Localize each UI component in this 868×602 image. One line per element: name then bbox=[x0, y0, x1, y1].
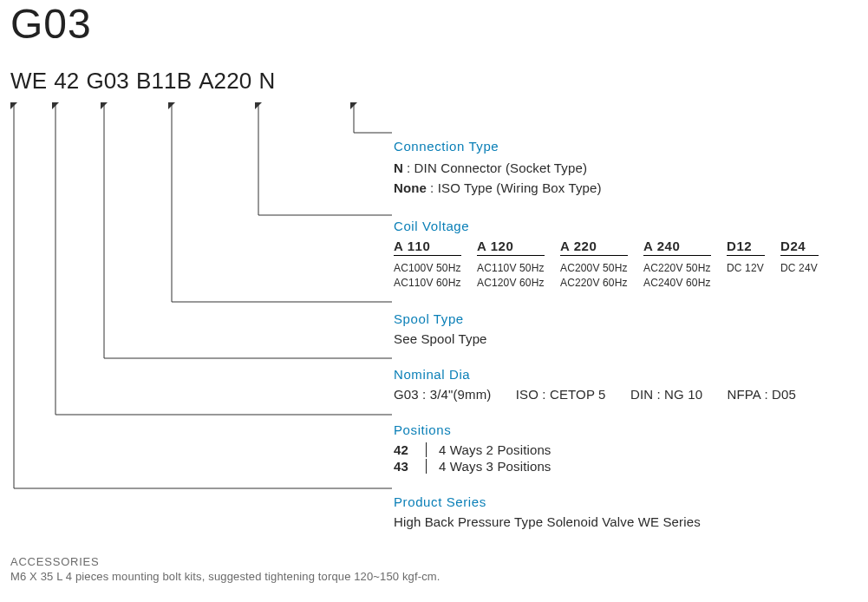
product-series-title: Product Series bbox=[394, 494, 862, 509]
positions-key-43: 43 bbox=[394, 459, 427, 474]
coil-head-d12: D12 bbox=[727, 239, 765, 256]
coil-voltage-block: Coil Voltage A 110 AC100V 50Hz AC110V 60… bbox=[394, 219, 862, 291]
connection-type-title: Connection Type bbox=[394, 139, 862, 154]
positions-key-42: 42 bbox=[394, 442, 427, 457]
accessories-title: ACCESSORIES bbox=[10, 555, 441, 568]
connection-val-none: ISO Type (Wiring Box Type) bbox=[438, 180, 602, 195]
coil-val-a110-1: AC100V 50Hz bbox=[394, 261, 461, 276]
code-seg-we: WE bbox=[10, 68, 47, 95]
coil-head-a110: A 110 bbox=[394, 239, 461, 256]
coil-col-a240: A 240 AC220V 50Hz AC240V 60Hz bbox=[643, 239, 711, 291]
coil-val-a120-1: AC110V 50Hz bbox=[477, 261, 545, 276]
connection-val-n: DIN Connector (Socket Type) bbox=[414, 160, 587, 175]
spool-type-block: Spool Type See Spool Type bbox=[394, 311, 862, 346]
coil-val-a240-2: AC240V 60Hz bbox=[643, 276, 711, 291]
nominal-dia-block: Nominal Dia G03 : 3/4"(9mm) ISO : CETOP … bbox=[394, 367, 862, 402]
coil-val-d12-1: DC 12V bbox=[727, 261, 765, 276]
connection-key-none: None bbox=[394, 180, 427, 195]
model-code-row: WE 42 G03 B11B A220 N bbox=[10, 68, 275, 95]
coil-val-a220-1: AC200V 50Hz bbox=[560, 261, 628, 276]
code-seg-b11b: B11B bbox=[136, 68, 192, 95]
positions-block: Positions 42 4 Ways 2 Positions 43 4 Way… bbox=[394, 422, 862, 474]
accessories-block: ACCESSORIES M6 X 35 L 4 pieces mounting … bbox=[10, 555, 441, 583]
coil-voltage-row: A 110 AC100V 50Hz AC110V 60Hz A 120 AC11… bbox=[394, 239, 862, 291]
nominal-part-g03: G03 : 3/4"(9mm) bbox=[394, 387, 491, 402]
positions-grid: 42 4 Ways 2 Positions 43 4 Ways 3 Positi… bbox=[394, 442, 862, 474]
coil-col-a120: A 120 AC110V 50Hz AC120V 60Hz bbox=[477, 239, 545, 291]
positions-title: Positions bbox=[394, 422, 862, 437]
positions-val-43: 4 Ways 3 Positions bbox=[439, 459, 862, 474]
connection-line-n: N: DIN Connector (Socket Type) bbox=[394, 159, 862, 179]
coil-voltage-title: Coil Voltage bbox=[394, 219, 862, 233]
code-seg-g03: G03 bbox=[86, 68, 129, 95]
code-seg-n: N bbox=[258, 68, 275, 95]
coil-col-d24: D24 DC 24V bbox=[780, 239, 819, 291]
coil-col-d12: D12 DC 12V bbox=[727, 239, 765, 291]
connection-line-none: None: ISO Type (Wiring Box Type) bbox=[394, 179, 862, 199]
coil-head-a120: A 120 bbox=[477, 239, 545, 256]
coil-col-a110: A 110 AC100V 50Hz AC110V 60Hz bbox=[394, 239, 461, 291]
spool-type-text: See Spool Type bbox=[394, 331, 862, 346]
product-series-block: Product Series High Back Pressure Type S… bbox=[394, 494, 862, 529]
model-title: G03 bbox=[10, 0, 92, 48]
connection-type-block: Connection Type N: DIN Connector (Socket… bbox=[394, 139, 862, 198]
nominal-part-nfpa: NFPA : D05 bbox=[727, 387, 795, 402]
code-seg-a220: A220 bbox=[199, 68, 251, 95]
coil-val-d24-1: DC 24V bbox=[780, 261, 819, 276]
nominal-dia-title: Nominal Dia bbox=[394, 367, 862, 382]
spool-type-title: Spool Type bbox=[394, 311, 862, 326]
product-series-text: High Back Pressure Type Solenoid Valve W… bbox=[394, 514, 862, 529]
nominal-part-iso: ISO : CETOP 5 bbox=[516, 387, 606, 402]
coil-val-a220-2: AC220V 60Hz bbox=[560, 276, 628, 291]
nominal-dia-line: G03 : 3/4"(9mm) ISO : CETOP 5 DIN : NG 1… bbox=[394, 387, 862, 402]
connection-key-n: N bbox=[394, 160, 403, 175]
coil-head-a240: A 240 bbox=[643, 239, 711, 256]
coil-val-a110-2: AC110V 60Hz bbox=[394, 276, 461, 291]
coil-val-a120-2: AC120V 60Hz bbox=[477, 276, 545, 291]
code-seg-42: 42 bbox=[54, 68, 79, 95]
coil-head-a220: A 220 bbox=[560, 239, 628, 256]
definitions-column: Connection Type N: DIN Connector (Socket… bbox=[394, 139, 862, 550]
accessories-text: M6 X 35 L 4 pieces mounting bolt kits, s… bbox=[10, 570, 441, 583]
bracket-tree bbox=[10, 102, 392, 519]
coil-head-d24: D24 bbox=[780, 239, 819, 256]
positions-val-42: 4 Ways 2 Positions bbox=[439, 442, 862, 457]
coil-col-a220: A 220 AC200V 50Hz AC220V 60Hz bbox=[560, 239, 628, 291]
nominal-part-din: DIN : NG 10 bbox=[630, 387, 702, 402]
coil-val-a240-1: AC220V 50Hz bbox=[643, 261, 711, 276]
